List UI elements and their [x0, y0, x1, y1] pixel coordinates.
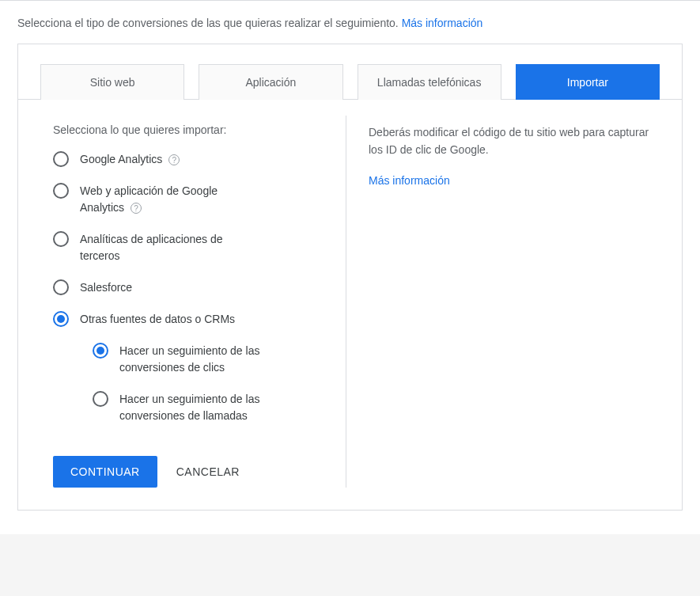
radio-web-app-ga[interactable]: Web y aplicación de Google Analytics ? [53, 182, 330, 216]
radio-label: Web y aplicación de Google Analytics ? [80, 182, 262, 216]
radio-button[interactable] [53, 183, 69, 199]
tab-aplicacion[interactable]: Aplicación [199, 64, 342, 100]
radio-track-click-conversions[interactable]: Hacer un seguimiento de las conversiones… [93, 342, 330, 376]
radio-salesforce[interactable]: Salesforce [53, 279, 330, 296]
header-more-info-link[interactable]: Más información [402, 17, 483, 29]
import-options-column: Selecciona lo que quieres importar: Goog… [53, 123, 346, 488]
help-icon[interactable]: ? [168, 154, 180, 165]
radio-google-analytics[interactable]: Google Analytics ? [53, 150, 330, 168]
continue-button[interactable]: CONTINUAR [53, 456, 157, 488]
cancel-button[interactable]: CANCELAR [172, 456, 244, 488]
radio-button[interactable] [93, 391, 108, 407]
tab-importar[interactable]: Importar [516, 64, 660, 100]
button-row: CONTINUAR CANCELAR [53, 424, 330, 488]
radio-label: Hacer un seguimiento de las conversiones… [119, 390, 301, 424]
info-text: Deberás modificar el código de tu sitio … [369, 123, 660, 159]
tab-llamadas[interactable]: Llamadas telefónicas [358, 64, 501, 100]
conversion-type-panel: Selecciona el tipo de conversiones de la… [0, 0, 700, 534]
help-icon[interactable]: ? [131, 203, 142, 214]
header-instruction: Selecciona el tipo de conversiones de la… [17, 17, 683, 29]
tab-sitio-web[interactable]: Sitio web [40, 64, 184, 100]
radio-third-party-analytics[interactable]: Analíticas de aplicaciones de terceros [53, 230, 330, 264]
import-title: Selecciona lo que quieres importar: [53, 123, 330, 136]
radio-other-crm[interactable]: Otras fuentes de datos o CRMs [53, 310, 330, 328]
radio-button[interactable] [53, 231, 69, 247]
radio-label: Salesforce [80, 279, 132, 296]
radio-button[interactable] [53, 279, 69, 295]
radio-button[interactable] [53, 151, 69, 167]
radio-label: Google Analytics ? [80, 150, 180, 168]
radio-label: Hacer un seguimiento de las conversiones… [119, 342, 301, 376]
main-panel: Sitio web Aplicación Llamadas telefónica… [17, 44, 683, 511]
content-area: Selecciona lo que quieres importar: Goog… [18, 100, 682, 510]
radio-label: Otras fuentes de datos o CRMs [80, 310, 235, 328]
radio-track-call-conversions[interactable]: Hacer un seguimiento de las conversiones… [93, 390, 330, 424]
radio-button[interactable] [53, 311, 69, 327]
radio-list: Google Analytics ? Web y aplicación de G… [53, 150, 330, 424]
tabs-row: Sitio web Aplicación Llamadas telefónica… [18, 44, 682, 100]
radio-label: Analíticas de aplicaciones de terceros [80, 230, 262, 264]
info-column: Deberás modificar el código de tu sitio … [346, 123, 660, 488]
header-text: Selecciona el tipo de conversiones de la… [17, 17, 402, 29]
radio-button[interactable] [93, 343, 108, 359]
info-more-link[interactable]: Más información [369, 174, 450, 187]
